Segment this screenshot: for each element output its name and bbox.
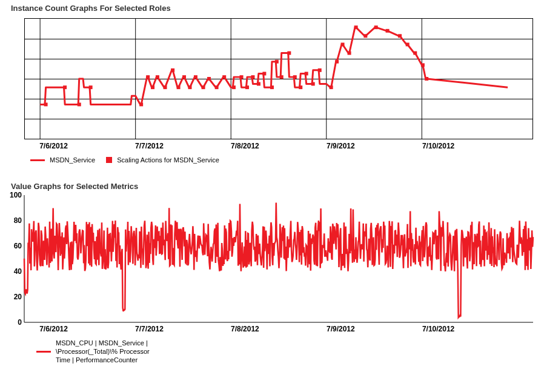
chart2-ytick: 80 xyxy=(4,216,22,225)
svg-rect-33 xyxy=(293,75,297,79)
svg-rect-6 xyxy=(78,102,81,106)
chart2-ytick: 20 xyxy=(4,293,22,301)
chart2-ytick: 100 xyxy=(4,191,22,199)
x-tick: 7/10/2012 xyxy=(422,142,454,150)
svg-rect-22 xyxy=(222,75,226,79)
svg-rect-16 xyxy=(182,75,186,79)
svg-rect-5 xyxy=(44,102,48,106)
svg-rect-13 xyxy=(164,85,167,89)
svg-rect-38 xyxy=(330,85,333,89)
chart2-plot-area xyxy=(24,195,533,322)
x-tick: 7/9/2012 xyxy=(327,142,355,150)
chart2-title: Value Graphs for Selected Metrics xyxy=(11,182,138,191)
svg-rect-15 xyxy=(177,85,181,89)
legend1-square-swatch xyxy=(106,157,112,163)
chart1-legend: MSDN_Service Scaling Actions for MSDN_Se… xyxy=(30,156,219,164)
x-tick: 7/6/2012 xyxy=(39,325,68,333)
svg-rect-23 xyxy=(232,85,236,89)
legend1-series2-label: Scaling Actions for MSDN_Service xyxy=(117,156,219,164)
svg-rect-9 xyxy=(139,102,143,106)
chart1-plot-area xyxy=(24,18,533,139)
svg-rect-14 xyxy=(171,68,174,72)
svg-rect-36 xyxy=(311,82,315,86)
x-tick: 7/10/2012 xyxy=(422,325,454,333)
svg-rect-45 xyxy=(386,29,390,33)
svg-rect-46 xyxy=(398,34,402,38)
x-tick: 7/6/2012 xyxy=(39,142,68,150)
svg-rect-10 xyxy=(146,75,150,79)
chart2-ytick: 0 xyxy=(4,318,22,327)
chart2-svg xyxy=(24,195,533,322)
svg-rect-44 xyxy=(374,25,378,29)
legend1-series2: Scaling Actions for MSDN_Service xyxy=(106,156,219,164)
svg-rect-17 xyxy=(188,85,191,89)
svg-rect-25 xyxy=(245,85,249,89)
legend2-series1: MSDN_CPU | MSDN_Service | \Processor(_To… xyxy=(36,339,165,364)
svg-rect-42 xyxy=(354,25,358,29)
svg-rect-48 xyxy=(413,51,417,55)
svg-rect-31 xyxy=(280,75,284,79)
svg-rect-24 xyxy=(240,75,244,79)
chart2-legend: MSDN_CPU | MSDN_Service | \Processor(_To… xyxy=(36,339,165,364)
svg-rect-19 xyxy=(202,85,205,89)
svg-rect-28 xyxy=(262,72,266,76)
legend1-series1: MSDN_Service xyxy=(30,156,95,164)
svg-rect-47 xyxy=(406,42,410,46)
svg-rect-30 xyxy=(275,60,279,64)
x-tick: 7/9/2012 xyxy=(327,325,355,333)
svg-rect-39 xyxy=(335,60,339,64)
svg-rect-35 xyxy=(305,72,308,76)
chart1-title: Instance Count Graphs For Selected Roles xyxy=(11,4,171,13)
svg-rect-43 xyxy=(363,34,367,38)
svg-rect-18 xyxy=(194,75,197,79)
legend2-line-swatch xyxy=(36,351,51,353)
svg-rect-20 xyxy=(207,77,211,81)
svg-rect-34 xyxy=(299,85,302,89)
x-tick: 7/7/2012 xyxy=(135,142,164,150)
x-tick: 7/8/2012 xyxy=(231,325,259,333)
svg-rect-11 xyxy=(151,85,154,89)
svg-rect-49 xyxy=(421,63,425,67)
legend1-line-swatch xyxy=(30,159,45,161)
chart2-ytick: 40 xyxy=(4,267,22,276)
page: Instance Count Graphs For Selected Roles… xyxy=(0,0,544,392)
svg-rect-32 xyxy=(287,51,291,55)
svg-rect-21 xyxy=(215,85,219,89)
svg-rect-27 xyxy=(257,82,260,86)
svg-rect-50 xyxy=(425,77,428,81)
svg-rect-8 xyxy=(89,85,93,89)
x-tick: 7/7/2012 xyxy=(135,325,164,333)
svg-rect-37 xyxy=(318,68,322,72)
svg-rect-41 xyxy=(348,51,351,55)
svg-rect-40 xyxy=(341,42,345,46)
legend1-series1-label: MSDN_Service xyxy=(50,156,95,164)
svg-rect-29 xyxy=(270,85,274,89)
svg-rect-26 xyxy=(251,75,254,79)
svg-rect-7 xyxy=(63,85,67,89)
svg-rect-12 xyxy=(156,75,159,79)
legend2-series1-label: MSDN_CPU | MSDN_Service | \Processor(_To… xyxy=(56,339,165,364)
x-tick: 7/8/2012 xyxy=(231,142,259,150)
chart2-ytick: 60 xyxy=(4,242,22,250)
chart1-svg xyxy=(25,19,532,139)
